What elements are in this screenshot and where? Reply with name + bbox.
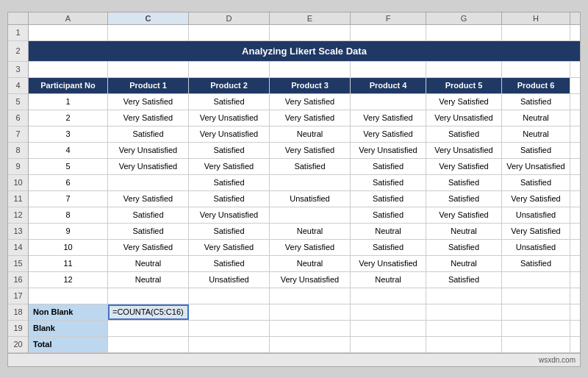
row-12: 8 Satisfied Very Unsatisfied Satisfied V…: [29, 207, 580, 224]
cell-1-e: [270, 25, 351, 40]
grid: 1 2 3 4 5 6 7 8 9 10 11 12 13 14 15 16 1…: [8, 25, 580, 353]
row-11: 7 Very Satisfied Satisfied Unsatisfied S…: [29, 191, 580, 207]
data-area: Analyzing Likert Scale Data Analyzing Li…: [29, 25, 580, 353]
row-4-header: Participant No Product 1 Product 2 Produ…: [29, 78, 580, 94]
total-label: Total: [29, 337, 108, 352]
col-header-G: H: [502, 13, 570, 24]
col-header-D: E: [270, 13, 351, 24]
row-8: 4 Very Unsatisfied Satisfied Very Satisf…: [29, 143, 580, 159]
non-blank-label: Non Blank: [29, 304, 108, 320]
row-20: Total: [29, 337, 580, 353]
header-product2: Product 2: [189, 78, 270, 93]
col-header-A: A: [29, 13, 108, 24]
row-6: 2 Very Satisfied Very Unsatisfied Very S…: [29, 110, 580, 126]
non-blank-formula[interactable]: =COUNTA(C5:C16): [108, 304, 189, 320]
cell-1-d: [189, 25, 270, 40]
cell-1-g: [426, 25, 502, 40]
blank-label: Blank: [29, 321, 108, 336]
row-13: 9 Satisfied Satisfied Neutral Neutral Ne…: [29, 224, 580, 240]
col-header-B: C: [108, 13, 189, 24]
header-product4: Product 4: [351, 78, 426, 93]
header-product6: Product 6: [502, 78, 570, 93]
row-10: 6 Satisfied Satisfied Satisfied Satisfie…: [29, 175, 580, 191]
header-product5: Product 5: [426, 78, 502, 93]
row-5: 1 Very Satisfied Satisfied Very Satisfie…: [29, 94, 580, 110]
header-product3: Product 3: [270, 78, 351, 93]
row-3: [29, 62, 580, 78]
watermark: wsxdn.com: [539, 356, 576, 364]
row-2: Analyzing Likert Scale Data Analyzing Li…: [29, 41, 580, 62]
col-header-E: F: [351, 13, 426, 24]
row-16: 12 Neutral Unsatisfied Very Unsatisfied …: [29, 272, 580, 288]
row-17: [29, 288, 580, 304]
row-numbers: 1 2 3 4 5 6 7 8 9 10 11 12 13 14 15 16 1…: [8, 25, 29, 353]
column-headers: A C D E F G H: [8, 13, 580, 25]
cell-1-h: [502, 25, 570, 40]
col-header-C: D: [189, 13, 270, 24]
row-1: [29, 25, 580, 41]
cell-1-f: [351, 25, 426, 40]
cell-1-c: [108, 25, 189, 40]
cell-1-b: [29, 25, 108, 40]
row-18: Non Blank =COUNTA(C5:C16): [29, 304, 580, 321]
row-15: 11 Neutral Satisfied Neutral Very Unsati…: [29, 256, 580, 272]
header-participant: Participant No: [29, 78, 108, 93]
bottom-bar: wsxdn.com: [8, 353, 580, 366]
col-header-row: [8, 13, 29, 24]
header-product1: Product 1: [108, 78, 189, 93]
col-header-F: G: [426, 13, 502, 24]
row-7: 3 Satisfied Very Unsatisfied Neutral Ver…: [29, 126, 580, 143]
row-9: 5 Very Unsatisfied Very Satisfied Satisf…: [29, 159, 580, 175]
spreadsheet: A C D E F G H 1 2 3 4 5 6 7 8 9 10 11 12…: [7, 12, 581, 367]
row-19: Blank: [29, 321, 580, 337]
row-14: 10 Very Satisfied Very Satisfied Very Sa…: [29, 240, 580, 256]
